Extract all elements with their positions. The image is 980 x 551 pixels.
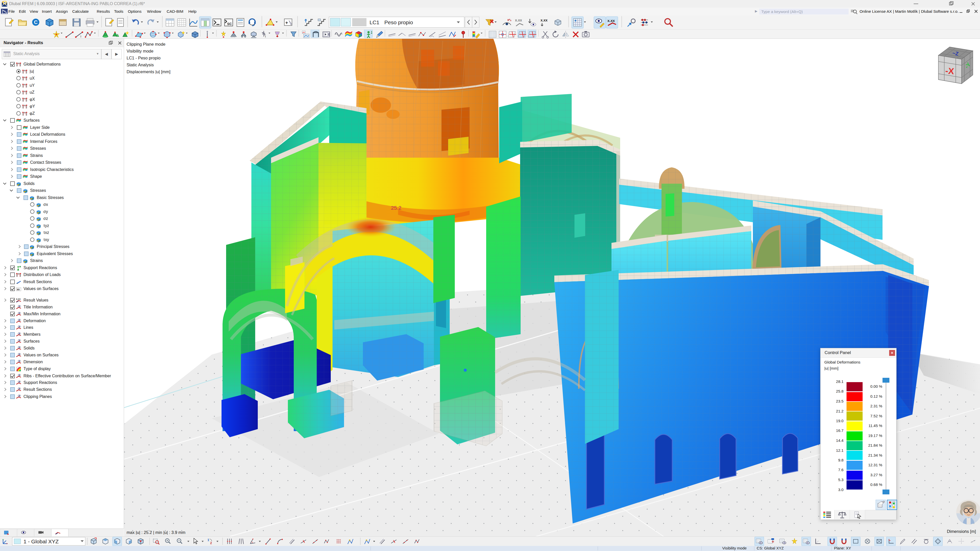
svg-text:x.xx: x.xx bbox=[608, 18, 615, 23]
svg-text:1 - Global XYZ: 1 - Global XYZ bbox=[24, 538, 59, 545]
svg-text:x.xx: x.xx bbox=[515, 18, 522, 22]
svg-text:SC: SC bbox=[227, 22, 232, 26]
svg-text:I: I bbox=[80, 35, 81, 38]
svg-text:xx: xx bbox=[17, 288, 20, 291]
svg-text:+: + bbox=[285, 20, 288, 25]
svg-text:C: C bbox=[34, 19, 38, 25]
svg-text:-X: -X bbox=[945, 66, 955, 76]
svg-text:25.2: 25.2 bbox=[391, 205, 401, 211]
svg-text:~Z: ~Z bbox=[952, 50, 959, 57]
svg-text:x.xx: x.xx bbox=[541, 18, 547, 22]
svg-text:I: I bbox=[265, 35, 266, 38]
svg-text:Peso propio: Peso propio bbox=[384, 19, 413, 25]
svg-text:xᵉₓ: xᵉₓ bbox=[508, 18, 511, 22]
svg-text:6: 6 bbox=[2, 1, 3, 3]
svg-text:x.xx: x.xx bbox=[16, 298, 21, 300]
svg-text:2: 2 bbox=[210, 541, 212, 545]
svg-text:LC1: LC1 bbox=[369, 19, 380, 25]
svg-text:1: 1 bbox=[207, 538, 209, 542]
